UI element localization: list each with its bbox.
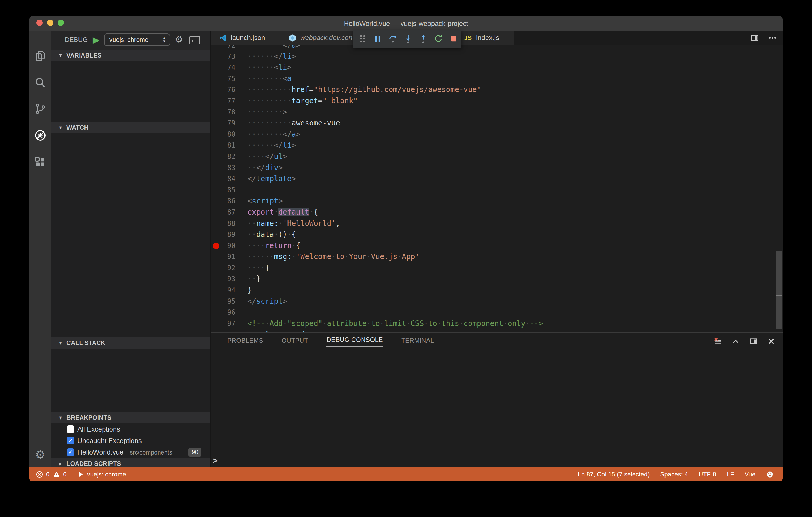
checkbox-checked-icon[interactable]: ✓ — [67, 437, 74, 444]
source-control-icon[interactable] — [34, 102, 47, 115]
line-number: 74 — [211, 62, 235, 73]
settings-gear-icon[interactable]: ⚙ — [34, 449, 47, 461]
step-into-button[interactable] — [402, 33, 414, 44]
debug-console-input[interactable]: > — [211, 454, 783, 467]
status-item-0[interactable]: 0 — [36, 470, 50, 478]
title-bar[interactable]: HelloWorld.vue — vuejs-webpack-project — [29, 16, 783, 31]
code-line-77[interactable]: 77··········target="_blank" — [211, 95, 783, 107]
code-line-81[interactable]: 81······</li> — [211, 140, 783, 151]
line-number: 76 — [211, 84, 235, 95]
files-icon[interactable] — [34, 50, 47, 62]
code-line-91[interactable]: 91······msg:·'Welcome·to·Your·Vue.js·App… — [211, 251, 783, 263]
status-item-vue[interactable]: Vue — [745, 471, 755, 478]
code-line-79[interactable]: 79··········awesome-vue — [211, 118, 783, 129]
line-number: 90 — [211, 240, 235, 251]
code-line-74[interactable]: 74······<li> — [211, 62, 783, 73]
editor-scrollbar[interactable] — [776, 251, 782, 329]
section-label: VARIABLES — [66, 50, 102, 61]
search-icon[interactable] — [34, 76, 47, 89]
section-label: WATCH — [66, 122, 89, 133]
code-line-93[interactable]: 93··} — [211, 273, 783, 285]
split-editor-icon[interactable] — [750, 33, 759, 42]
debug-controls-toolbar — [353, 30, 461, 48]
status-item[interactable] — [766, 470, 774, 478]
breakpoint-path: src/components — [130, 449, 172, 456]
status-item-lf[interactable]: LF — [727, 471, 734, 478]
code-line-89[interactable]: 89··data·()·{ — [211, 229, 783, 240]
panel-tab-problems[interactable]: PROBLEMS — [227, 337, 263, 346]
extensions-icon[interactable] — [34, 156, 47, 168]
error-icon — [36, 470, 44, 478]
code-text: <style·scoped> — [248, 329, 309, 332]
tab-index-js[interactable]: JSindex.js — [461, 31, 514, 45]
code-line-80[interactable]: 80········</a> — [211, 129, 783, 140]
code-line-78[interactable]: 78········> — [211, 107, 783, 118]
line-number: 86 — [211, 195, 235, 207]
code-line-96[interactable]: 96 — [211, 307, 783, 318]
code-line-85[interactable]: 85 — [211, 185, 783, 196]
code-line-75[interactable]: 75········<a — [211, 73, 783, 84]
line-number: 95 — [211, 296, 235, 307]
code-line-98[interactable]: 98<style·scoped> — [211, 329, 783, 332]
step-over-button[interactable] — [387, 33, 399, 44]
pause-button[interactable] — [372, 33, 383, 44]
code-line-88[interactable]: 88··name:·'HelloWorld', — [211, 218, 783, 229]
code-line-97[interactable]: 97<!--·Add·"scoped"·attribute·to·limit·C… — [211, 318, 783, 329]
checkbox-unchecked-icon[interactable] — [67, 425, 74, 433]
bottom-panel: PROBLEMSOUTPUTDEBUG CONSOLETERMINAL > — [211, 332, 783, 467]
code-line-83[interactable]: 83··</div> — [211, 162, 783, 174]
status-item-0[interactable]: 0 — [53, 470, 66, 478]
drag-handle[interactable] — [357, 33, 368, 44]
code-line-82[interactable]: 82····</ul> — [211, 151, 783, 162]
section-header-breakpoints[interactable]: ▾BREAKPOINTS — [51, 412, 210, 423]
code-text: ········<a — [248, 73, 292, 84]
code-line-86[interactable]: 86<script> — [211, 195, 783, 207]
status-item-ln-87-col-15-7-selected[interactable]: Ln 87, Col 15 (7 selected) — [578, 471, 650, 478]
breakpoint-item[interactable]: All Exceptions — [51, 423, 210, 435]
code-line-92[interactable]: 92····} — [211, 263, 783, 274]
debug-icon[interactable] — [34, 129, 47, 142]
tab-launch-json[interactable]: launch.json — [211, 31, 279, 45]
status-item-vuejs-chrome[interactable]: vuejs: chrome — [77, 470, 126, 478]
split-panel-icon[interactable] — [749, 337, 758, 345]
code-line-72[interactable]: 72········</a> — [211, 45, 783, 51]
panel-tab-terminal[interactable]: TERMINAL — [401, 337, 434, 346]
status-label: Spaces: 4 — [660, 471, 688, 478]
status-item-utf-8[interactable]: UTF-8 — [698, 471, 716, 478]
breakpoint-item[interactable]: ✓HelloWorld.vuesrc/components90 — [51, 447, 210, 458]
stop-button[interactable] — [448, 33, 459, 44]
status-item-spaces-4[interactable]: Spaces: 4 — [660, 471, 688, 478]
panel-tab-debug-console[interactable]: DEBUG CONSOLE — [326, 336, 383, 347]
breakpoint-item[interactable]: ✓Uncaught Exceptions — [51, 435, 210, 447]
code-line-73[interactable]: 73······</li> — [211, 51, 783, 62]
code-text: } — [248, 285, 252, 296]
configure-gear-icon[interactable]: ⚙ — [175, 34, 182, 44]
step-out-button[interactable] — [417, 33, 429, 44]
debug-config-select[interactable]: vuejs: chrome ▲▼ — [104, 33, 170, 46]
code-line-95[interactable]: 95</script> — [211, 296, 783, 307]
section-header-call-stack[interactable]: ▾CALL STACK — [51, 337, 210, 349]
section-header-watch[interactable]: ▾WATCH — [51, 122, 210, 133]
more-actions-icon[interactable] — [768, 33, 777, 42]
line-number: 97 — [211, 318, 235, 329]
code-editor[interactable]: 72········</a>73······</li>74······<li>7… — [211, 45, 783, 332]
start-debugging-button[interactable]: ▶ — [93, 34, 103, 45]
line-number: 75 — [211, 73, 235, 84]
tab-webpack-dev-con[interactable]: webpack.dev.con — [279, 31, 364, 45]
checkbox-checked-icon[interactable]: ✓ — [67, 448, 74, 456]
code-text: </template> — [248, 173, 296, 185]
code-text: ··········awesome-vue — [248, 118, 340, 129]
code-line-90[interactable]: 90····return·{ — [211, 240, 783, 251]
clear-console-icon[interactable] — [714, 337, 722, 345]
code-line-84[interactable]: 84</template> — [211, 173, 783, 185]
section-header-variables[interactable]: ▾VARIABLES — [51, 50, 210, 61]
panel-tab-output[interactable]: OUTPUT — [282, 337, 308, 346]
open-debug-console-icon[interactable]: › — [190, 36, 200, 44]
code-line-87[interactable]: 87export·default·{ — [211, 207, 783, 218]
close-panel-icon[interactable] — [767, 337, 775, 345]
restart-button[interactable] — [433, 33, 444, 44]
webpack-icon — [288, 34, 297, 42]
maximize-panel-icon[interactable] — [731, 337, 740, 345]
code-line-76[interactable]: 76··········href="https://github.com/vue… — [211, 84, 783, 95]
code-line-94[interactable]: 94} — [211, 285, 783, 296]
